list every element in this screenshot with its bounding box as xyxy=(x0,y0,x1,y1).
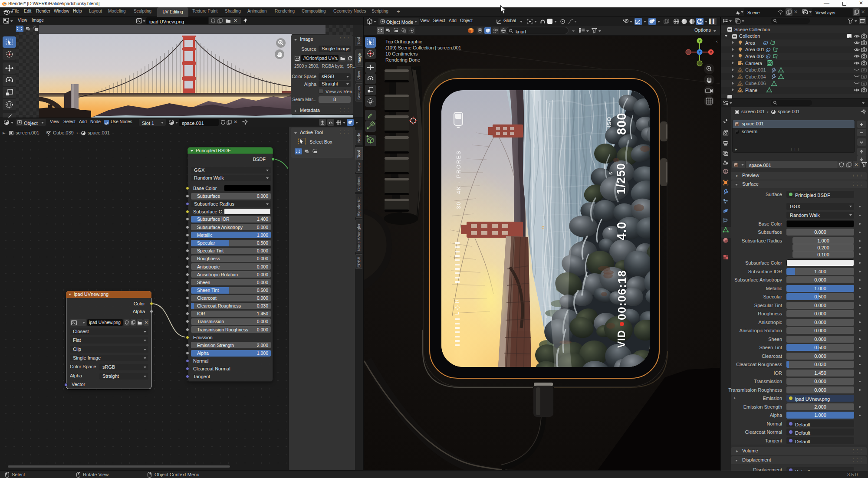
svg-text:Z: Z xyxy=(699,50,701,54)
svg-text:Y: Y xyxy=(698,39,701,43)
svg-text:X: X xyxy=(710,50,712,54)
